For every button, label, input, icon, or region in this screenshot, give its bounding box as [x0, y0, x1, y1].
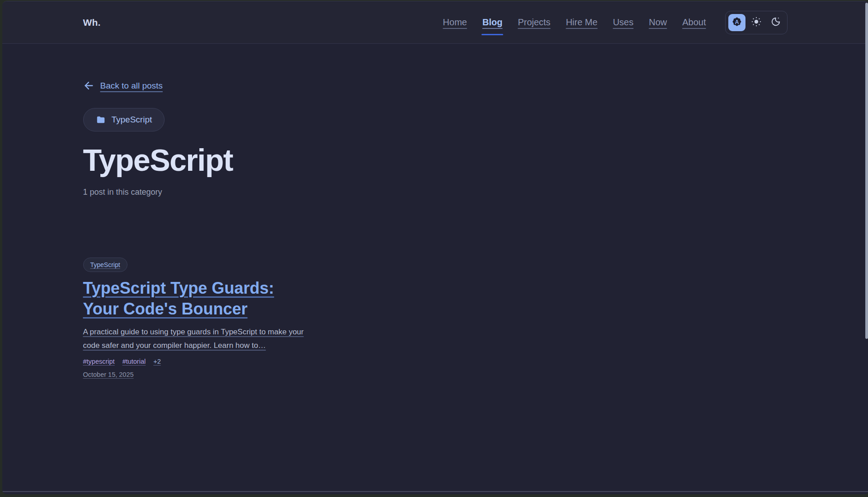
hashtag-tutorial[interactable]: #tutorial: [123, 358, 146, 365]
auto-badge-a-icon: A: [731, 16, 743, 29]
nav-item-uses[interactable]: Uses: [613, 17, 634, 28]
nav-item-hire-me[interactable]: Hire Me: [566, 17, 598, 28]
theme-dark-button[interactable]: [767, 14, 784, 31]
browser-viewport: Wh. Home Blog Projects Hire Me Uses Now …: [2, 1, 868, 494]
nav-item-about[interactable]: About: [682, 17, 706, 28]
site-header: Wh. Home Blog Projects Hire Me Uses Now …: [2, 1, 868, 44]
main-nav: Home Blog Projects Hire Me Uses Now Abou…: [443, 17, 706, 28]
folder-icon: [96, 115, 106, 125]
post-date: October 15, 2025: [83, 371, 134, 378]
nav-item-projects[interactable]: Projects: [518, 17, 550, 28]
post-card: TypeScript TypeScript Type Guards: Your …: [83, 258, 314, 379]
theme-toggle-group: A: [725, 11, 788, 34]
footer-divider: [2, 491, 868, 492]
page-title: TypeScript: [83, 142, 788, 178]
more-tags-link[interactable]: +2: [153, 358, 161, 365]
theme-light-button[interactable]: [748, 14, 765, 31]
nav-item-home[interactable]: Home: [443, 17, 467, 28]
theme-auto-button[interactable]: A: [728, 14, 745, 31]
nav-item-now[interactable]: Now: [649, 17, 667, 28]
post-count-text: 1 post in this category: [83, 188, 788, 197]
back-link-label: Back to all posts: [100, 81, 163, 91]
post-category-chip[interactable]: TypeScript: [83, 258, 127, 272]
post-title-link[interactable]: TypeScript Type Guards: Your Code's Boun…: [83, 278, 300, 319]
category-badge-label: TypeScript: [112, 115, 152, 125]
category-page: Back to all posts TypeScript TypeScript …: [83, 44, 788, 379]
arrow-left-icon: [83, 80, 94, 91]
hashtag-typescript[interactable]: #typescript: [83, 358, 115, 365]
svg-text:A: A: [735, 19, 739, 25]
post-description[interactable]: A practical guide to using type guards i…: [83, 325, 311, 352]
site-logo[interactable]: Wh.: [83, 17, 101, 28]
category-badge: TypeScript: [83, 108, 165, 131]
back-to-posts-link[interactable]: Back to all posts: [83, 80, 163, 91]
vertical-scrollbar[interactable]: [865, 3, 868, 339]
post-hashtags-row: #typescript #tutorial +2: [83, 358, 314, 365]
moon-star-icon: [770, 16, 781, 28]
nav-item-blog[interactable]: Blog: [482, 17, 502, 28]
sun-icon: [751, 16, 762, 28]
